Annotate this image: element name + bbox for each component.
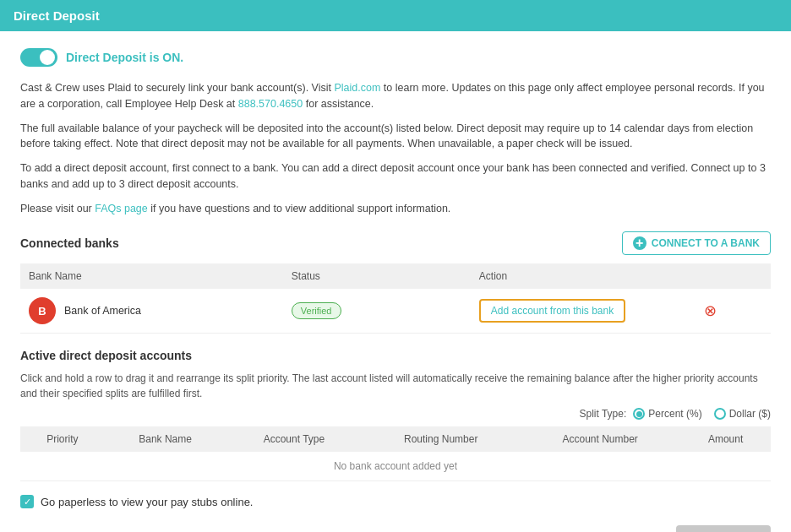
- header: Direct Deposit: [0, 0, 791, 31]
- paperless-row: Go paperless to view your pay stubs onli…: [20, 495, 771, 508]
- dollar-label: Dollar ($): [729, 408, 771, 420]
- active-accounts-title: Active direct deposit accounts: [20, 349, 192, 362]
- connected-banks-title: Connected banks: [20, 236, 119, 250]
- remove-bank-icon[interactable]: ⊗: [704, 302, 717, 319]
- verified-badge: Verified: [292, 302, 341, 319]
- dollar-option[interactable]: Dollar ($): [714, 408, 771, 420]
- plus-icon: +: [633, 236, 646, 250]
- no-account-row: No bank account added yet: [20, 452, 771, 481]
- continue-button[interactable]: CONTINUE: [676, 525, 771, 532]
- connect-btn-label: CONNECT TO A BANK: [652, 237, 760, 249]
- connected-banks-header: Connected banks + CONNECT TO A BANK: [20, 231, 771, 255]
- percent-radio[interactable]: [633, 408, 645, 420]
- paperless-checkbox[interactable]: [20, 495, 34, 508]
- col-priority: Priority: [20, 426, 105, 452]
- toggle-label: Direct Deposit is ON.: [66, 51, 183, 64]
- col-account-type: Account Type: [226, 426, 363, 452]
- split-type-row: Split Type: Percent (%) Dollar ($): [20, 408, 771, 420]
- toggle-row: Direct Deposit is ON.: [20, 48, 771, 67]
- bank-name: Bank of America: [64, 305, 141, 317]
- direct-deposit-toggle[interactable]: [20, 48, 57, 67]
- dollar-radio[interactable]: [714, 408, 726, 420]
- bank-logo: B: [29, 297, 56, 324]
- percent-label: Percent (%): [648, 408, 701, 420]
- info-paragraph-1: Cast & Crew uses Plaid to securely link …: [20, 80, 771, 112]
- info-paragraph-2: The full available balance of your paych…: [20, 121, 771, 153]
- info-paragraph-3: To add a direct deposit account, first c…: [20, 160, 771, 193]
- col-action: Action: [471, 263, 696, 289]
- split-type-label: Split Type:: [579, 408, 626, 420]
- faqs-link[interactable]: FAQs page: [95, 203, 148, 214]
- percent-option[interactable]: Percent (%): [633, 408, 701, 420]
- col-acc-bank-name: Bank Name: [105, 426, 226, 452]
- footer-row: CANCEL CONTINUE: [20, 525, 771, 532]
- add-account-button[interactable]: Add account from this bank: [479, 299, 625, 323]
- split-type-options: Percent (%) Dollar ($): [633, 408, 771, 420]
- header-title: Direct Deposit: [14, 8, 100, 23]
- bank-name-cell: B Bank of America: [20, 289, 283, 334]
- active-accounts-header: Active direct deposit accounts: [20, 349, 771, 362]
- no-account-text: No bank account added yet: [20, 452, 771, 481]
- active-accounts-description: Click and hold a row to drag it and rear…: [20, 371, 771, 401]
- bank-row: B Bank of America Verified Add account f…: [20, 289, 771, 334]
- plaid-link[interactable]: Plaid.com: [334, 82, 380, 94]
- accounts-table: Priority Bank Name Account Type Routing …: [20, 426, 771, 481]
- col-amount: Amount: [680, 426, 771, 452]
- active-accounts-section: Active direct deposit accounts Click and…: [20, 349, 771, 481]
- connect-to-bank-button[interactable]: + CONNECT TO A BANK: [622, 231, 771, 255]
- bank-action-cell: Add account from this bank: [471, 289, 696, 334]
- bank-status-cell: Verified: [283, 289, 471, 334]
- paperless-label: Go paperless to view your pay stubs onli…: [41, 496, 253, 508]
- info-paragraph-4: Please visit our FAQs page if you have q…: [20, 201, 771, 217]
- remove-cell: ⊗: [696, 289, 771, 334]
- col-status: Status: [283, 263, 471, 289]
- connected-banks-table: Bank Name Status Action B Bank of Americ…: [20, 263, 771, 334]
- phone-link[interactable]: 888.570.4650: [238, 98, 303, 110]
- col-account-number: Account Number: [520, 426, 680, 452]
- col-bank-name: Bank Name: [20, 263, 283, 289]
- main-content: Direct Deposit is ON. Cast & Crew uses P…: [0, 31, 791, 532]
- col-routing-number: Routing Number: [362, 426, 520, 452]
